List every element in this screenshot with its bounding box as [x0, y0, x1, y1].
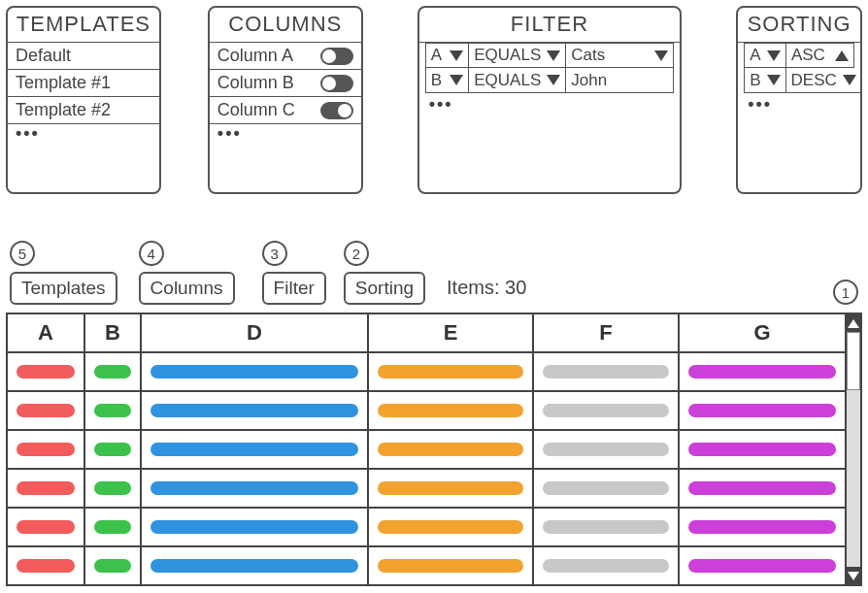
- sort-col-select[interactable]: A: [744, 43, 786, 68]
- scroll-thumb[interactable]: [847, 332, 860, 390]
- table-cell: [369, 431, 534, 468]
- filter-op-select[interactable]: EQUALS: [469, 68, 566, 93]
- table-cell: [8, 353, 85, 390]
- column-item: Column B: [210, 70, 361, 97]
- table-cell: [142, 470, 369, 507]
- table-cell: [369, 547, 534, 584]
- columns-title: COLUMNS: [210, 8, 361, 43]
- table-cell: [680, 431, 845, 468]
- cell-value-pill: [17, 481, 75, 495]
- sorting-button[interactable]: Sorting: [344, 272, 425, 305]
- templates-button[interactable]: Templates: [10, 272, 117, 305]
- scroll-down-icon[interactable]: [847, 567, 860, 584]
- table-row[interactable]: [8, 470, 845, 509]
- templates-panel: TEMPLATES Default Template #1 Template #…: [6, 6, 161, 194]
- template-item[interactable]: Template #2: [8, 97, 159, 124]
- cell-value-pill: [17, 520, 75, 534]
- filter-panel: FILTER A EQUALS Cats B EQUALS John •••: [417, 6, 683, 194]
- template-item[interactable]: Default: [8, 43, 159, 70]
- table-cell: [8, 509, 85, 545]
- cell-value-pill: [150, 443, 358, 456]
- column-header[interactable]: A: [8, 314, 85, 351]
- column-toggle[interactable]: [320, 48, 353, 65]
- table-cell: [680, 392, 845, 429]
- table-row[interactable]: [8, 509, 845, 547]
- cell-value-pill: [17, 559, 75, 573]
- cell-value-pill: [150, 481, 358, 495]
- cell-value-pill: [17, 443, 75, 456]
- sort-dir-select[interactable]: DESC: [786, 68, 862, 93]
- column-header[interactable]: G: [680, 314, 845, 351]
- table-row[interactable]: [8, 392, 845, 431]
- vertical-scrollbar[interactable]: [845, 314, 860, 584]
- filter-col-select[interactable]: A: [425, 43, 470, 68]
- filter-col-select[interactable]: B: [425, 68, 470, 93]
- filter-op-select[interactable]: EQUALS: [469, 43, 566, 68]
- table-cell: [680, 509, 845, 545]
- scroll-track[interactable]: [847, 332, 860, 567]
- table-cell: [680, 470, 845, 507]
- cell-value-pill: [543, 443, 669, 456]
- scroll-up-icon[interactable]: [847, 314, 860, 332]
- filter-button[interactable]: Filter: [262, 272, 326, 305]
- cell-value-pill: [378, 559, 523, 573]
- table-cell: [85, 547, 142, 584]
- template-item[interactable]: Template #1: [8, 70, 159, 97]
- table-cell: [369, 392, 534, 429]
- templates-list: Default Template #1 Template #2 •••: [8, 43, 159, 151]
- filter-more[interactable]: •••: [419, 93, 681, 109]
- cell-value-pill: [378, 443, 523, 456]
- table-cell: [8, 470, 85, 507]
- cell-value-pill: [543, 365, 669, 379]
- tool-templates: 5 Templates: [10, 241, 117, 305]
- columns-button[interactable]: Columns: [139, 272, 235, 305]
- data-grid: ABDEFG: [6, 313, 862, 586]
- sorting-panel: SORTING A ASC B DESC •••: [736, 6, 862, 194]
- filter-val-select[interactable]: Cats: [566, 43, 674, 68]
- cell-value-pill: [688, 365, 836, 379]
- table-cell: [142, 431, 369, 468]
- cell-value-pill: [688, 443, 836, 456]
- table-cell: [142, 392, 369, 429]
- table-cell: [534, 353, 680, 390]
- table-cell: [369, 470, 534, 507]
- table-cell: [85, 431, 142, 468]
- cell-value-pill: [94, 559, 131, 573]
- templates-more[interactable]: •••: [8, 124, 159, 151]
- table-cell: [8, 431, 85, 468]
- columns-more[interactable]: •••: [210, 124, 361, 151]
- table-row[interactable]: [8, 547, 845, 584]
- table-row[interactable]: [8, 431, 845, 470]
- sorting-more[interactable]: •••: [738, 93, 860, 109]
- cell-value-pill: [378, 481, 523, 495]
- column-header[interactable]: E: [369, 314, 534, 351]
- column-header[interactable]: B: [85, 314, 142, 351]
- tool-columns: 4 Columns: [139, 241, 235, 305]
- cell-value-pill: [150, 559, 358, 573]
- column-header[interactable]: F: [534, 314, 680, 351]
- chevron-down-icon: [450, 75, 463, 85]
- table-row[interactable]: [8, 353, 845, 392]
- cell-value-pill: [17, 404, 75, 417]
- sort-col-select[interactable]: B: [744, 68, 785, 93]
- cell-value-pill: [150, 365, 358, 379]
- table-cell: [85, 470, 142, 507]
- column-header[interactable]: D: [142, 314, 369, 351]
- chevron-down-icon: [767, 75, 781, 85]
- tool-sorting: 2 Sorting: [344, 241, 425, 305]
- table-cell: [85, 353, 142, 390]
- column-item: Column C: [210, 97, 361, 124]
- cell-value-pill: [688, 481, 836, 495]
- filter-val-input[interactable]: John: [566, 68, 674, 93]
- table-cell: [142, 353, 369, 390]
- table-cell: [534, 392, 680, 429]
- tool-filter: 3 Filter: [262, 241, 326, 305]
- column-toggle[interactable]: [320, 102, 353, 119]
- sort-dir-select[interactable]: ASC: [786, 43, 854, 68]
- cell-value-pill: [543, 520, 669, 534]
- filter-title: FILTER: [419, 8, 681, 43]
- cell-value-pill: [378, 365, 523, 379]
- step-badge: 1: [833, 280, 858, 305]
- column-toggle[interactable]: [320, 75, 353, 92]
- cell-value-pill: [688, 520, 836, 534]
